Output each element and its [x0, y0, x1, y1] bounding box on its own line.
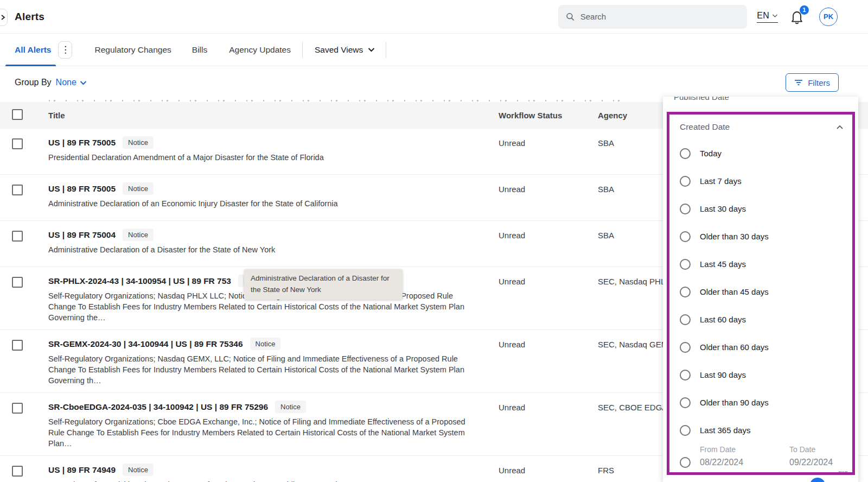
- row-checkbox[interactable]: [12, 277, 23, 288]
- alert-description: Self-Regulatory Organizations; Nasdaq GE…: [48, 353, 475, 386]
- filter-option[interactable]: Last 90 days: [669, 361, 852, 389]
- row-checkbox[interactable]: [12, 340, 23, 351]
- radio-icon[interactable]: [680, 176, 691, 187]
- workflow-status: Unread: [488, 393, 587, 455]
- row-checkbox[interactable]: [12, 466, 23, 477]
- radio-icon[interactable]: [680, 370, 691, 380]
- to-date-value[interactable]: 09/22/2024: [789, 458, 833, 467]
- alert-description: Formations of, Acquisitions by, and Merg…: [48, 479, 475, 482]
- chevron-down-icon: [368, 47, 375, 52]
- filter-option[interactable]: Last 30 days: [669, 195, 852, 223]
- tab-all-alerts[interactable]: All Alerts: [15, 45, 51, 55]
- from-date-value[interactable]: 08/22/2024: [700, 458, 781, 467]
- saved-views-dropdown[interactable]: Saved Views: [315, 45, 375, 55]
- avatar[interactable]: PK: [819, 8, 838, 26]
- chevron-down-icon: [80, 80, 87, 85]
- filter-option[interactable]: Last 45 days: [669, 250, 852, 278]
- filter-option[interactable]: Older than 30 days: [669, 223, 852, 250]
- radio-icon[interactable]: [680, 342, 691, 353]
- to-date-label: To Date: [789, 445, 833, 454]
- chevron-right-icon: [0, 15, 5, 20]
- column-header-workflow-status: Workflow Status: [488, 111, 587, 120]
- filter-option-label: Today: [700, 149, 722, 158]
- group-by-label: Group By: [15, 78, 52, 87]
- published-date-section-label[interactable]: Published Date: [674, 97, 858, 102]
- filter-option-label: Last 90 days: [700, 370, 746, 379]
- filter-option-label: Last 7 days: [700, 176, 742, 186]
- radio-icon[interactable]: [680, 148, 691, 159]
- workflow-status: Unread: [488, 129, 587, 174]
- sidebar-expand-button[interactable]: [0, 9, 8, 26]
- filter-panel: Published Date Created Date Today Last 7…: [663, 97, 858, 482]
- radio-icon[interactable]: [680, 231, 691, 242]
- workflow-status: Unread: [488, 175, 587, 220]
- notice-badge: Notice: [123, 464, 154, 476]
- select-all-checkbox[interactable]: [12, 109, 23, 120]
- tab-regulatory-changes[interactable]: Regulatory Changes: [94, 45, 171, 55]
- filter-option[interactable]: Today: [669, 139, 852, 167]
- alert-title[interactable]: US | 89 FR 75004: [48, 230, 116, 240]
- row-checkbox[interactable]: [12, 138, 23, 149]
- alert-title[interactable]: SR-GEMX-2024-30 | 34-100944 | US | 89 FR…: [48, 339, 243, 349]
- filter-option-label: Last 30 days: [700, 204, 746, 213]
- filters-button[interactable]: Filters: [786, 73, 839, 92]
- chevron-down-icon: [772, 14, 778, 18]
- language-selector[interactable]: EN: [757, 11, 778, 23]
- notice-badge: Notice: [123, 229, 154, 241]
- filter-option[interactable]: Older than 90 days: [669, 389, 852, 416]
- alert-description: Presidential Declaration Amendment of a …: [48, 152, 475, 163]
- from-date-field[interactable]: From Date 08/22/2024: [700, 445, 781, 468]
- workflow-status: Unread: [488, 221, 587, 267]
- kebab-icon: ⋮: [61, 45, 70, 54]
- alert-description: Administrative Declaration of an Economi…: [48, 198, 475, 209]
- radio-icon[interactable]: [680, 259, 691, 270]
- workflow-status: Unread: [488, 456, 587, 482]
- alert-title[interactable]: SR-CboeEDGA-2024-035 | 34-100942 | US | …: [48, 402, 268, 412]
- notice-badge: Notice: [250, 338, 281, 350]
- filter-option[interactable]: Last 60 days: [669, 306, 852, 333]
- radio-icon[interactable]: [680, 204, 691, 214]
- radio-icon[interactable]: [680, 425, 691, 436]
- search-box[interactable]: [558, 5, 747, 29]
- row-checkbox[interactable]: [12, 231, 23, 242]
- filter-option-label: Older than 60 days: [700, 343, 769, 352]
- radio-icon[interactable]: [680, 287, 691, 297]
- saved-views-label: Saved Views: [315, 45, 363, 55]
- chevron-up-icon: [836, 125, 844, 130]
- page-title: Alerts: [15, 11, 44, 23]
- created-date-header[interactable]: Created Date: [669, 115, 852, 132]
- alert-description: Self-Regulatory Organizations; Cboe EDGA…: [48, 416, 475, 449]
- filter-option[interactable]: Last 365 days: [669, 416, 852, 444]
- tooltip: Administrative Declaration of a Disaster…: [244, 269, 403, 300]
- radio-icon[interactable]: [680, 397, 691, 408]
- alert-title[interactable]: US | 89 FR 75005: [48, 138, 116, 148]
- notifications-button[interactable]: 1: [790, 9, 804, 24]
- radio-icon[interactable]: [680, 457, 691, 468]
- tab-agency-updates[interactable]: Agency Updates: [229, 45, 291, 55]
- workflow-status: Unread: [488, 267, 587, 329]
- group-by-selector[interactable]: None: [56, 78, 87, 87]
- alert-title[interactable]: US | 89 FR 74949: [48, 465, 116, 475]
- created-date-options: Today Last 7 days Last 30 days Older tha…: [669, 139, 852, 444]
- filter-option-label: Older than 45 days: [700, 287, 769, 296]
- created-date-section: Created Date Today Last 7 days Last 30 d…: [667, 112, 855, 475]
- custom-date-range-option[interactable]: From Date 08/22/2024 To Date 09/22/2024: [669, 445, 852, 468]
- filter-option-label: Older than 90 days: [700, 398, 769, 407]
- alert-title[interactable]: SR-PHLX-2024-43 | 34-100954 | US | 89 FR…: [48, 276, 231, 286]
- filter-option[interactable]: Older than 45 days: [669, 278, 852, 306]
- active-tab-indicator: [5, 65, 56, 66]
- filter-option[interactable]: Older than 60 days: [669, 333, 852, 361]
- filter-option-label: Last 60 days: [700, 315, 746, 324]
- alert-title[interactable]: US | 89 FR 75005: [48, 184, 116, 194]
- toolbar: Group By None Filters: [0, 66, 868, 99]
- radio-icon[interactable]: [680, 314, 691, 325]
- to-date-field[interactable]: To Date 09/22/2024: [789, 445, 833, 468]
- filter-option-label: Last 365 days: [700, 426, 750, 435]
- row-checkbox[interactable]: [12, 403, 23, 414]
- row-checkbox[interactable]: [12, 185, 23, 195]
- tab-bills[interactable]: Bills: [192, 45, 207, 55]
- filter-option[interactable]: Last 7 days: [669, 167, 852, 195]
- tab-divider: [302, 42, 303, 58]
- search-input[interactable]: [580, 12, 739, 21]
- tab-more-menu-button[interactable]: ⋮: [58, 41, 72, 59]
